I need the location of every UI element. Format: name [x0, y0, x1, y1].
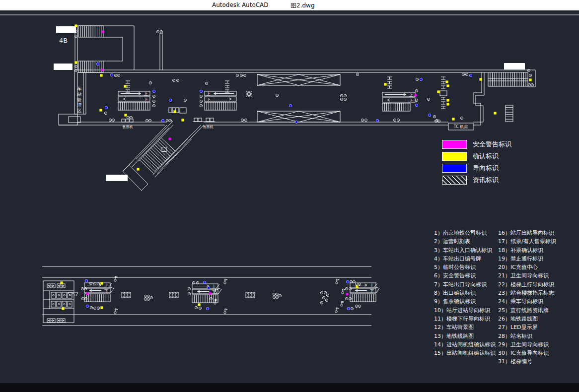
stairs-icon — [78, 61, 103, 72]
sign-list-item: 19）禁止通行标识 — [498, 255, 556, 263]
legend-swatch — [442, 176, 467, 185]
sign-list-item: 7）车站出口导向标识 — [434, 280, 496, 289]
escalator-icon: 上下 — [84, 283, 114, 302]
sign-list-item: 29）卫生间导向标识 — [498, 340, 556, 349]
legend-swatch — [442, 140, 467, 149]
svg-text:下: 下 — [370, 289, 374, 293]
svg-text:上: 上 — [144, 92, 148, 96]
legend-item: 安全警告标识 — [442, 138, 511, 150]
white-label-box — [56, 26, 76, 33]
sign-list-item: 8）出口确认标识 — [434, 289, 496, 297]
legend-item: 确认标识 — [442, 150, 511, 162]
svg-text:TC 机房: TC 机房 — [453, 125, 468, 129]
bottom-strip — [0, 383, 579, 392]
fare-gates-icon — [225, 81, 229, 92]
sign-list-item: 3）车站出入口确认标识 — [434, 246, 496, 255]
bench-icon — [246, 292, 255, 298]
sign-list-item: 28）站名标识 — [498, 332, 556, 340]
sign-list-item: 30）IC充值导向标识 — [498, 349, 556, 357]
legend-item: 导向标识 — [442, 162, 511, 174]
entrance-4b: 4B — [54, 26, 162, 72]
svg-text:上: 上 — [104, 283, 108, 288]
fare-gates-icon — [387, 77, 392, 88]
legend-label: 资讯标识 — [473, 176, 499, 185]
concourse-walls: TC 机房 — [59, 70, 488, 130]
crosshatch-void — [257, 74, 340, 85]
svg-text:下: 下 — [104, 289, 108, 293]
sign-list-item: 1）南京地铁公司标识 — [434, 229, 496, 237]
autocad-window: Autodesk AutoCAD 图2.dwg 4BTC 机房车站管理区上下上下… — [0, 0, 579, 392]
legend-item: 资讯标识 — [442, 174, 511, 186]
sign-list-column-2: 16）站厅出站导向标识17）纸票/有人售票标识18）补票确认标识19）禁止通行标… — [498, 229, 556, 366]
sign-list-item: 26）地铁路线图 — [498, 315, 556, 323]
sign-list-item: 15）出站闸机组确认标识 — [434, 349, 496, 357]
sign-list-item: 24）乘车导向标识 — [498, 297, 556, 306]
svg-text:下: 下 — [144, 97, 148, 102]
sign-list-item: 31）楼梯编号 — [498, 357, 556, 366]
fare-gates-icon — [441, 77, 445, 88]
sign-list-item: 11）楼梯下行导向标识 — [434, 315, 496, 323]
equipment-block — [43, 281, 74, 323]
sign-list-item: 13）地铁线路图 — [434, 332, 496, 340]
sign-list-item: 4）车站出口编号牌 — [434, 255, 496, 263]
legend-label: 确认标识 — [473, 152, 499, 161]
diagonal-exit-corridor — [106, 121, 204, 191]
svg-text:上: 上 — [409, 93, 413, 97]
crosshatch-void — [257, 111, 340, 122]
svg-text:下: 下 — [207, 97, 211, 102]
sign-list-item: 16）站厅出站导向标识 — [498, 229, 556, 237]
white-label-box — [504, 63, 525, 69]
sign-list-item: 6）安全警告标识 — [434, 271, 496, 280]
sign-list-item: 12）车站街景图 — [434, 323, 496, 331]
sign-list-item: 25）直行线路资讯牌 — [498, 306, 556, 315]
svg-text:上: 上 — [206, 92, 211, 96]
svg-text:售票机: 售票机 — [203, 125, 214, 129]
legend-label: 导向标识 — [473, 164, 499, 173]
white-label-box — [106, 175, 128, 181]
escalator-icon: 上下 — [205, 91, 236, 110]
legend-swatch — [442, 164, 467, 173]
stairs-icon — [78, 26, 103, 37]
sign-list-column-1: 1）南京地铁公司标识2）运营时刻表3）车站出入口确认标识4）车站出口编号牌5）临… — [434, 229, 496, 357]
escalator-icon: 上下 — [118, 91, 150, 110]
sign-list-item: 21）卫生间导向标识 — [498, 271, 556, 280]
lower-platform-plan: 上下上下上下 — [42, 266, 379, 326]
escalator-icon: 上下 — [382, 92, 415, 111]
legend-swatch — [442, 152, 467, 161]
svg-text:下: 下 — [409, 98, 413, 103]
sign-list-item: 18）补票确认标识 — [498, 246, 556, 255]
legend-label: 安全警告标识 — [473, 140, 511, 149]
svg-text:4B: 4B — [59, 37, 68, 44]
staff-area-label: 车站管理区 — [77, 86, 82, 113]
sign-list-item: 17）纸票/有人售票标识 — [498, 237, 556, 246]
sign-list-item: 27）LED显示屏 — [498, 323, 556, 331]
white-label-box — [54, 64, 72, 70]
sign-list-item: 23）站台楼梯指示标志 — [498, 289, 556, 297]
sign-list-item: 5）临时公告标识 — [434, 263, 496, 271]
svg-text:上: 上 — [212, 284, 216, 289]
sign-list-item: 10）站厅进站导向标识 — [434, 306, 496, 315]
sign-list-item: 14）进站闸机组确认标识 — [434, 340, 496, 349]
fare-gates-icon — [441, 97, 445, 109]
diagonal-stairs-icon — [136, 121, 191, 177]
svg-text:上: 上 — [369, 283, 374, 288]
sign-list-item: 20）IC充值中心 — [498, 263, 556, 271]
bench-icon — [122, 292, 131, 298]
sign-list-item: 2）运营时刻表 — [434, 237, 496, 246]
sign-list-item: 9）售票确认标识 — [434, 297, 496, 306]
escalator-icon: 上下 — [350, 283, 379, 302]
staff-room: 车站管理区 — [74, 72, 86, 114]
svg-text:售票机: 售票机 — [123, 125, 133, 129]
legend: 安全警告标识确认标识导向标识资讯标识 — [442, 138, 511, 186]
bench-icon — [169, 292, 178, 298]
sign-list-item: 22）楼梯上行导向标识 — [498, 280, 556, 289]
sign-markers — [60, 276, 361, 314]
